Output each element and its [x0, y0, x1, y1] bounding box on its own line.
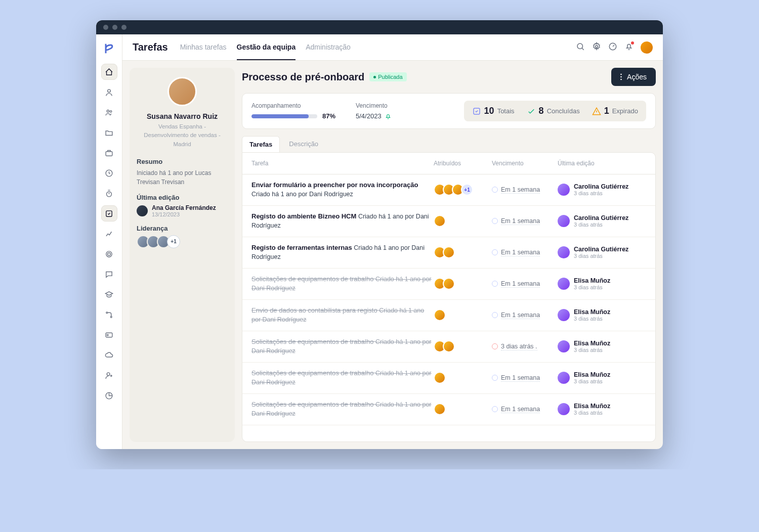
svg-point-19 — [620, 76, 622, 78]
table-row[interactable]: Solicitações de equipamentos de trabalho… — [242, 394, 655, 425]
subtab-description[interactable]: Descrição — [282, 136, 325, 152]
due-label: Vencimento — [356, 102, 392, 109]
tab-administration[interactable]: Administração — [306, 35, 351, 60]
table-row[interactable]: Solicitações de equipamentos de trabalho… — [242, 269, 655, 300]
subtab-tasks[interactable]: Tarefas — [242, 136, 280, 152]
status-dot — [492, 375, 498, 381]
actions-button[interactable]: Ações — [611, 68, 656, 86]
status-dot — [492, 187, 498, 193]
gauge-icon[interactable] — [608, 42, 617, 53]
table-row[interactable]: Solicitações de equipamentos de trabalho… — [242, 363, 655, 394]
task-meta: Criado há 1 ano por Dani Rodríguez — [251, 213, 429, 230]
status-dot — [492, 249, 498, 255]
nav-user[interactable] — [101, 84, 117, 100]
avatar-more[interactable]: +1 — [167, 235, 180, 248]
avatar — [434, 403, 446, 415]
summary-label: Resumo — [137, 158, 162, 165]
editor-date: 13/12/2023 — [152, 211, 216, 217]
nav-analytics[interactable] — [101, 226, 117, 242]
editor-name: Elisa Muñoz — [574, 308, 610, 316]
editor-name: Carolina Gutiérrez — [574, 246, 628, 253]
due-text: Em 1 semana — [501, 374, 540, 382]
bell-icon — [385, 113, 392, 120]
nav-team[interactable] — [101, 104, 117, 120]
table-row[interactable]: Enviar formulário a preencher por nova i… — [242, 174, 655, 206]
close-window-icon[interactable] — [103, 25, 108, 30]
assignee-avatars — [434, 372, 492, 384]
nav-card[interactable] — [101, 327, 117, 343]
status-dot — [492, 218, 498, 224]
check-icon — [527, 107, 536, 116]
nav-workflow[interactable] — [101, 306, 117, 323]
due-text: Em 1 semana — [501, 186, 540, 194]
workspace-title: Processo de pré-onboard — [242, 71, 364, 83]
task-title: Registo do ambiente Bizneo HCM Criado há… — [251, 212, 434, 231]
svg-point-5 — [107, 191, 112, 196]
editor-date: 3 dias atrás — [574, 221, 628, 228]
notification-badge — [631, 41, 634, 45]
leadership-avatars: +1 — [137, 235, 180, 248]
nav-briefcase[interactable] — [101, 145, 117, 161]
nav-timer[interactable] — [101, 185, 117, 201]
avatar — [434, 372, 446, 384]
maximize-window-icon[interactable] — [121, 25, 126, 30]
progress-bar — [251, 114, 317, 118]
nav-education[interactable] — [101, 286, 117, 302]
editor-avatar — [558, 372, 570, 384]
task-title: Solicitações de equipamentos de trabalho… — [251, 400, 434, 419]
nav-clock[interactable] — [101, 165, 117, 181]
svg-rect-3 — [106, 151, 112, 156]
page-title: Tarefas — [133, 41, 168, 53]
task-meta: Criado há 1 ano por Dani Rodríguez — [251, 191, 353, 198]
window-titlebar — [96, 20, 663, 34]
avatar — [443, 246, 455, 258]
th-task: Tarefa — [251, 160, 434, 167]
nav-add-user[interactable] — [101, 367, 117, 383]
tab-my-tasks[interactable]: Minhas tarefas — [180, 35, 227, 60]
table-row[interactable]: Solicitações de equipamentos de trabalho… — [242, 331, 655, 363]
task-meta: Criado há 1 ano por Dani Rodríguez — [251, 307, 424, 324]
nav-home[interactable] — [101, 64, 117, 80]
logo-icon[interactable] — [102, 41, 116, 56]
search-icon[interactable] — [576, 42, 585, 53]
editor-avatar — [558, 184, 570, 196]
svg-point-10 — [110, 316, 112, 318]
th-due: Vencimento — [492, 160, 558, 167]
table-row[interactable]: Registo de ferramentas internas Criado h… — [242, 237, 655, 269]
kpi-done-number: 8 — [539, 106, 544, 116]
checkbox-icon — [472, 107, 481, 116]
svg-point-8 — [108, 252, 111, 255]
editor-date: 3 dias atrás — [574, 253, 628, 259]
nav-folder[interactable] — [101, 124, 117, 141]
nav-target[interactable] — [101, 246, 117, 262]
nav-tasks[interactable] — [101, 205, 117, 221]
editor-avatar — [558, 403, 570, 415]
editor-date: 3 dias atrás — [574, 284, 610, 290]
task-meta: Criado há 1 ano por Dani Rodríguez — [251, 338, 432, 355]
due-text: Em 1 semana — [501, 406, 540, 413]
minimize-window-icon[interactable] — [112, 25, 117, 30]
warning-icon — [592, 107, 601, 116]
editor-name: Carolina Gutiérrez — [574, 183, 628, 190]
nav-cloud[interactable] — [101, 347, 117, 363]
table-row[interactable]: Registo do ambiente Bizneo HCM Criado há… — [242, 206, 655, 237]
nav-chat[interactable] — [101, 266, 117, 282]
kpi-total-label: Totais — [497, 107, 515, 115]
last-edit-label: Última edição — [137, 194, 180, 201]
due-text: 3 dias atrás . — [501, 343, 537, 350]
due-text: Em 1 semana — [501, 312, 540, 319]
avatar-more[interactable]: +1 — [461, 184, 473, 196]
tab-team-management[interactable]: Gestão da equipa — [237, 35, 296, 60]
assignee-avatars — [434, 309, 492, 321]
notifications-icon[interactable] — [624, 42, 634, 53]
app-window: Tarefas Minhas tarefas Gestão da equipa … — [96, 20, 663, 449]
editor-avatar — [558, 246, 570, 258]
assignee-avatars — [434, 278, 492, 290]
svg-point-0 — [108, 89, 111, 92]
settings-icon[interactable] — [592, 42, 601, 53]
top-tabs: Minhas tarefas Gestão da equipa Administ… — [180, 35, 351, 60]
table-row[interactable]: Envio de dados ao contabilista para regi… — [242, 300, 655, 331]
user-avatar[interactable] — [641, 41, 653, 54]
nav-report[interactable] — [101, 387, 117, 404]
avatar — [434, 215, 446, 227]
